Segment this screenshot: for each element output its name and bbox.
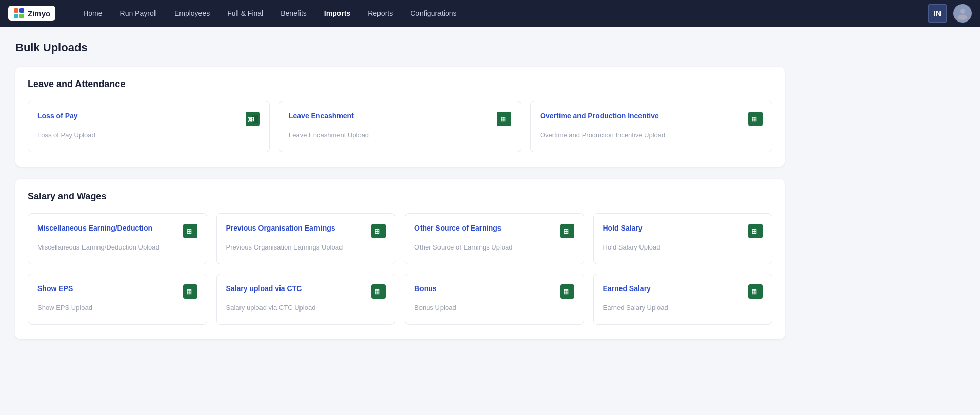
card-subtitle: Loss of Pay Upload (37, 131, 260, 139)
card-subtitle: Miscellaneous Earning/Deduction Upload (37, 243, 197, 251)
card-subtitle: Other Source of Earnings Upload (414, 243, 574, 251)
page-title: Bulk Uploads (15, 41, 785, 54)
nav-item-run-payroll[interactable]: Run Payroll (113, 6, 164, 20)
card-title: Earned Salary (603, 284, 744, 293)
svg-rect-0 (14, 8, 18, 13)
card-header: Salary upload via CTC ⊞ (226, 284, 386, 299)
card-subtitle: Hold Salary Upload (603, 243, 763, 251)
user-avatar[interactable] (953, 4, 972, 23)
card-header: Bonus ⊞ (414, 284, 574, 299)
svg-text:⊞: ⊞ (374, 227, 380, 235)
excel-icon: ⊞ (748, 284, 763, 299)
svg-text:⊞: ⊞ (374, 288, 380, 296)
nav-item-home[interactable]: Home (76, 6, 109, 20)
card-title: Overtime and Production Incentive (540, 112, 743, 120)
svg-text:⊞: ⊞ (186, 288, 192, 296)
card-subtitle: Earned Salary Upload (603, 304, 763, 312)
card-header: Other Source of Earnings ⊞ (414, 224, 574, 238)
card-header: Show EPS ⊞ (37, 284, 197, 299)
card-header: Overtime and Production Incentive ⊞ (540, 112, 763, 126)
main-content: Bulk Uploads Leave and Attendance Loss o… (0, 27, 800, 367)
excel-icon: X ⊞ (246, 112, 260, 126)
card-subtitle: Show EPS Upload (37, 304, 197, 312)
svg-rect-3 (19, 14, 24, 18)
card-header: Previous Organisation Earnings ⊞ (226, 224, 386, 238)
salary-wages-row2: Show EPS ⊞ Show EPS Upload Salary upload… (28, 274, 772, 325)
card-title: Salary upload via CTC (226, 284, 367, 293)
excel-icon: ⊞ (748, 224, 763, 238)
section-salary-wages-title: Salary and Wages (28, 191, 772, 202)
card-overtime-incentive[interactable]: Overtime and Production Incentive ⊞ Over… (530, 101, 772, 152)
card-header: Loss of Pay X ⊞ (37, 112, 260, 126)
nav-item-employees[interactable]: Employees (167, 6, 217, 20)
card-title: Bonus (414, 284, 555, 293)
nav-item-configurations[interactable]: Configurations (403, 6, 464, 20)
card-title: Show EPS (37, 284, 178, 293)
svg-text:⊞: ⊞ (186, 227, 192, 235)
svg-text:⊞: ⊞ (751, 227, 757, 235)
card-subtitle: Overtime and Production Incentive Upload (540, 131, 763, 139)
card-misc-earning-deduction[interactable]: Miscellaneous Earning/Deduction ⊞ Miscel… (28, 213, 207, 264)
svg-rect-2 (14, 14, 18, 18)
card-prev-org-earnings[interactable]: Previous Organisation Earnings ⊞ Previou… (216, 213, 396, 264)
card-bonus[interactable]: Bonus ⊞ Bonus Upload (405, 274, 584, 325)
excel-icon: ⊞ (371, 284, 386, 299)
svg-point-5 (958, 15, 967, 20)
navbar: Zimyo HomeRun PayrollEmployeesFull & Fin… (0, 0, 980, 27)
card-hold-salary[interactable]: Hold Salary ⊞ Hold Salary Upload (593, 213, 773, 264)
excel-icon: ⊞ (371, 224, 386, 238)
svg-text:⊞: ⊞ (751, 115, 757, 123)
card-header: Miscellaneous Earning/Deduction ⊞ (37, 224, 197, 238)
card-title: Other Source of Earnings (414, 224, 555, 232)
leave-attendance-grid: Loss of Pay X ⊞ Loss of Pay Upload Leave… (28, 101, 772, 152)
excel-icon: ⊞ (560, 224, 574, 238)
navbar-right: IN (928, 4, 972, 23)
svg-text:⊞: ⊞ (563, 227, 569, 235)
card-show-eps[interactable]: Show EPS ⊞ Show EPS Upload (28, 274, 207, 325)
card-subtitle: Previous Organisation Earnings Upload (226, 243, 386, 251)
svg-rect-1 (19, 8, 24, 13)
avatar-icon (955, 6, 970, 20)
svg-text:⊞: ⊞ (500, 115, 506, 123)
svg-point-4 (960, 9, 965, 14)
excel-icon: ⊞ (183, 224, 197, 238)
nav-menu: HomeRun PayrollEmployeesFull & FinalBene… (76, 6, 928, 20)
section-salary-wages: Salary and Wages Miscellaneous Earning/D… (15, 179, 785, 339)
card-title: Miscellaneous Earning/Deduction (37, 224, 178, 232)
card-title: Previous Organisation Earnings (226, 224, 367, 232)
excel-icon: ⊞ (183, 284, 197, 299)
excel-icon: ⊞ (748, 112, 763, 126)
nav-item-reports[interactable]: Reports (361, 6, 400, 20)
card-subtitle: Leave Encashment Upload (289, 131, 511, 139)
card-header: Earned Salary ⊞ (603, 284, 763, 299)
svg-text:⊞: ⊞ (249, 115, 254, 123)
salary-wages-row1: Miscellaneous Earning/Deduction ⊞ Miscel… (28, 213, 772, 264)
nav-item-imports[interactable]: Imports (317, 6, 357, 20)
card-subtitle: Salary upload via CTC Upload (226, 304, 386, 312)
section-leave-attendance-title: Leave and Attendance (28, 79, 772, 90)
svg-text:⊞: ⊞ (563, 288, 569, 296)
nav-item-benefits[interactable]: Benefits (273, 6, 314, 20)
card-loss-of-pay[interactable]: Loss of Pay X ⊞ Loss of Pay Upload (28, 101, 270, 152)
svg-text:⊞: ⊞ (751, 288, 757, 296)
card-earned-salary[interactable]: Earned Salary ⊞ Earned Salary Upload (593, 274, 773, 325)
card-salary-upload-ctc[interactable]: Salary upload via CTC ⊞ Salary upload vi… (216, 274, 396, 325)
user-initials-badge[interactable]: IN (928, 4, 947, 23)
excel-icon: ⊞ (497, 112, 511, 126)
logo-text: Zimyo (28, 9, 50, 18)
card-header: Leave Encashment ⊞ (289, 112, 511, 126)
card-other-source-earnings[interactable]: Other Source of Earnings ⊞ Other Source … (405, 213, 584, 264)
section-leave-attendance: Leave and Attendance Loss of Pay X ⊞ Los… (15, 67, 785, 167)
card-title: Leave Encashment (289, 112, 492, 120)
card-title: Hold Salary (603, 224, 744, 232)
nav-item-full-&-final[interactable]: Full & Final (220, 6, 270, 20)
card-header: Hold Salary ⊞ (603, 224, 763, 238)
logo[interactable]: Zimyo (8, 6, 55, 21)
excel-icon: ⊞ (560, 284, 574, 299)
zimyo-logo-icon (13, 8, 25, 19)
card-title: Loss of Pay (37, 112, 241, 120)
card-subtitle: Bonus Upload (414, 304, 574, 312)
card-leave-encashment[interactable]: Leave Encashment ⊞ Leave Encashment Uplo… (279, 101, 521, 152)
